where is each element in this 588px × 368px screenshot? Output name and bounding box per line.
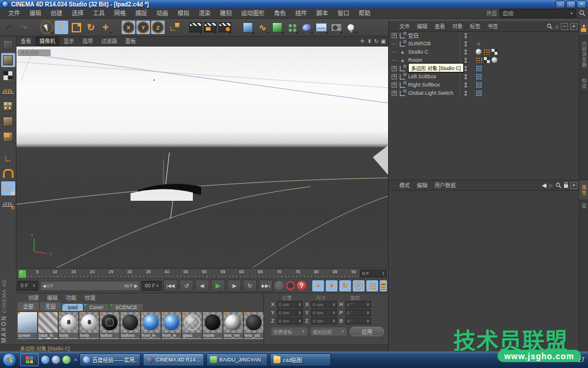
add-light-button[interactable]	[344, 21, 358, 34]
coordinate-system-toggle[interactable]: ∟	[166, 21, 179, 34]
visibility-dots[interactable]	[460, 89, 471, 97]
material-tile[interactable]: lens_sid	[244, 312, 263, 339]
add-subdivision-button[interactable]	[270, 21, 284, 34]
menu-item-13[interactable]: 插件	[290, 8, 312, 19]
render-picture-viewer-button[interactable]	[203, 21, 217, 34]
menu-item-14[interactable]: 脚本	[312, 8, 333, 19]
viewport-canvas[interactable]: Y X 透视视图	[16, 47, 388, 268]
edges-mode-button[interactable]	[1, 114, 15, 128]
material-tile[interactable]: glass	[182, 312, 202, 339]
coord-field[interactable]: 0 cm▲▼	[311, 309, 337, 316]
viewport-menu-4[interactable]: 过滤器	[97, 37, 121, 46]
lock-x-axis[interactable]: X	[122, 21, 135, 34]
visibility-dots[interactable]	[460, 32, 471, 39]
keyframe-selection-button[interactable]	[380, 280, 387, 291]
menu-item-8[interactable]: 模拟	[173, 8, 194, 19]
expand-icon[interactable]: +	[392, 82, 397, 88]
viewport-menu-3[interactable]: 选项	[78, 37, 97, 46]
object-row[interactable]: SUNRGB⌂	[389, 39, 579, 48]
material-tag[interactable]	[476, 49, 482, 55]
add-spline-button[interactable]: ∿	[256, 21, 269, 34]
texture-mode-button[interactable]	[1, 68, 15, 82]
coord-field[interactable]: 0 °▲▼	[345, 309, 371, 316]
spinner-icon[interactable]: ▲▼	[333, 319, 335, 323]
material-tab-SCENCE[interactable]: SCENCE	[110, 304, 143, 311]
menu-item-7[interactable]: 动画	[152, 8, 173, 19]
apply-button[interactable]: 应用	[350, 327, 384, 336]
spinner-icon[interactable]: ▲▼	[367, 319, 369, 323]
visibility-dots[interactable]	[460, 73, 471, 80]
viewport-zoom-icon[interactable]: ⬍	[367, 38, 372, 44]
attr-menu-2[interactable]: 用户数据	[431, 181, 459, 189]
layout-dropdown[interactable]: 启动 ▼	[500, 9, 576, 18]
spinner-icon[interactable]: ▲▼	[382, 271, 385, 276]
coord-field[interactable]: 0 °▲▼	[345, 317, 371, 324]
menu-item-16[interactable]: 帮助	[354, 8, 375, 19]
coord-field[interactable]: 0 cm▲▼	[277, 317, 303, 324]
dots-blue-tag[interactable]	[476, 90, 482, 96]
object-row[interactable]: ▲Studio C	[389, 48, 579, 56]
attr-menu-0[interactable]: 模式	[396, 181, 413, 189]
key-rotation-toggle[interactable]: ↻	[339, 280, 351, 291]
search-icon[interactable]	[547, 24, 553, 29]
move-tool[interactable]: +	[55, 21, 68, 34]
add-environment-button[interactable]	[315, 21, 328, 34]
tab-layers[interactable]: 层	[579, 200, 588, 212]
menu-item-12[interactable]: 角色	[269, 8, 290, 19]
add-cloner-button[interactable]	[285, 21, 299, 34]
make-editable-button[interactable]	[1, 38, 15, 52]
preview-range-scrollbar[interactable]: ◀ 0 F 90 F ▶	[40, 281, 140, 291]
material-tab-全部[interactable]: 全部	[18, 302, 39, 311]
dots-blue-tag[interactable]	[476, 82, 482, 88]
checker-tag[interactable]	[484, 57, 487, 60]
coord-field[interactable]: 0 cm▲▼	[311, 301, 337, 308]
menu-item-0[interactable]: 文件	[4, 8, 25, 19]
menu-item-10[interactable]: 雕刻	[215, 8, 236, 19]
spinner-icon[interactable]: ▲▼	[299, 311, 301, 315]
render-view-button[interactable]	[189, 21, 202, 34]
quick-launch-browser-icon[interactable]	[41, 356, 49, 364]
material-tab-ipad[interactable]: ipad	[62, 304, 83, 311]
material-tile[interactable]: body	[79, 312, 99, 339]
spinner-icon[interactable]: ▲▼	[299, 303, 301, 307]
viewport-menu-2[interactable]: 显示	[59, 37, 78, 46]
material-tile[interactable]: body	[59, 312, 78, 339]
range-start-handle[interactable]: ◀ 0 F	[42, 283, 54, 289]
spinner-icon[interactable]: ▲▼	[333, 311, 335, 315]
workplane-mode-button[interactable]	[1, 84, 15, 98]
attr-menu-1[interactable]: 编辑	[413, 181, 431, 189]
taskbar-task[interactable]: CINEMA 4D R14....	[143, 353, 204, 366]
search-icon[interactable]	[579, 10, 586, 16]
lock-z-axis[interactable]: Z	[151, 21, 165, 34]
coord-field[interactable]: 0 °▲▼	[345, 301, 371, 308]
checker-tag[interactable]	[492, 49, 495, 52]
visibility-dots[interactable]	[460, 81, 471, 88]
material-tab-Cover[interactable]: Cover	[84, 304, 109, 311]
key-pla-toggle[interactable]	[366, 280, 378, 291]
dots-orange-tag[interactable]	[483, 49, 490, 55]
end-frame-field[interactable]: 90 F ▲▼	[142, 281, 162, 291]
current-frame-field[interactable]: 0 F ▲▼	[18, 281, 38, 291]
om-menu-4[interactable]: 标签	[466, 22, 484, 30]
live-selection-tool[interactable]	[40, 21, 54, 34]
polygons-mode-button[interactable]	[1, 130, 15, 144]
key-scale-toggle[interactable]: ■	[326, 280, 338, 291]
timeline-ruler[interactable]: 051015202530354045505560657075808590 0 F…	[16, 268, 388, 278]
axis-mode-button[interactable]: ∟	[1, 151, 15, 165]
goto-end-button[interactable]: ▶▶|	[259, 280, 273, 292]
menu-item-2[interactable]: 创建	[46, 8, 67, 19]
viewport-toggle-icon[interactable]: ▣	[380, 38, 386, 44]
material-tile[interactable]: buttons	[121, 312, 140, 339]
material-menu-3[interactable]: 纹理	[81, 294, 99, 301]
material-tile[interactable]: inside	[203, 312, 222, 339]
visibility-dots[interactable]	[460, 40, 471, 47]
house-tag[interactable]: ⌂	[476, 41, 482, 47]
menu-item-1[interactable]: 编辑	[25, 8, 46, 19]
points-mode-button[interactable]	[1, 99, 15, 113]
material-tab-无层[interactable]: 无层	[40, 302, 61, 311]
record-disabled-button[interactable]	[275, 281, 284, 290]
viewport-pan-icon[interactable]: ✛	[360, 38, 365, 44]
rotate-tool[interactable]: ↻	[84, 21, 98, 34]
taskbar-task[interactable]: 百度经验——实用...	[79, 353, 141, 366]
scale-tool[interactable]	[69, 21, 83, 34]
